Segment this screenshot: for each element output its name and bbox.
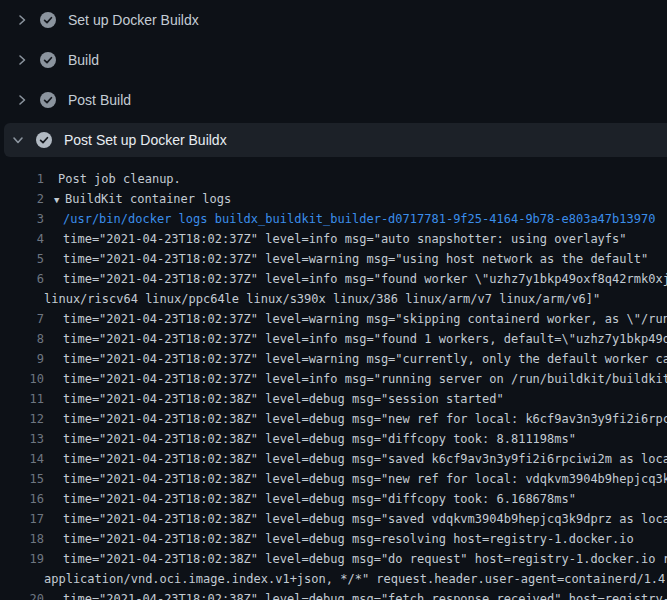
log-line-text: ▼time="2021-04-23T18:02:38Z" level=debug…	[44, 449, 667, 469]
log-line: 5 ▼time="2021-04-23T18:02:37Z" level=war…	[0, 249, 667, 269]
step-label: Post Build	[68, 92, 131, 108]
chevron-down-icon[interactable]	[10, 132, 26, 148]
log-line: 1 ▼Post job cleanup.	[0, 169, 667, 189]
log-line: 8 ▼time="2021-04-23T18:02:37Z" level=inf…	[0, 329, 667, 349]
log-line: 15 ▼time="2021-04-23T18:02:38Z" level=de…	[0, 469, 667, 489]
log-line-message: Post job cleanup.	[58, 172, 181, 186]
log-line-number[interactable]: 14	[0, 449, 44, 469]
log-line-text: ▼application/vnd.oci.image.index.v1+json…	[44, 569, 665, 589]
log-line-message: time="2021-04-23T18:02:38Z" level=debug …	[63, 512, 667, 526]
log-line: 10 ▼time="2021-04-23T18:02:37Z" level=in…	[0, 369, 667, 389]
log-line-text: ▼time="2021-04-23T18:02:37Z" level=warni…	[44, 309, 667, 329]
collapse-toggle-icon[interactable]: ▼	[54, 190, 65, 209]
step-row[interactable]: Build	[0, 40, 667, 80]
log-line-text: ▼time="2021-04-23T18:02:37Z" level=info …	[44, 329, 667, 349]
log-line: 18 ▼time="2021-04-23T18:02:38Z" level=de…	[0, 529, 667, 549]
step-row-header[interactable]: Set up Docker Buildx	[0, 0, 667, 40]
log-line-number[interactable]: 2	[0, 189, 44, 209]
log-line-number[interactable]: 9	[0, 349, 44, 369]
log-line-text: ▼time="2021-04-23T18:02:38Z" level=debug…	[44, 529, 634, 549]
log-line: ▼linux/riscv64 linux/ppc64le linux/s390x…	[0, 289, 667, 309]
log-line-message: time="2021-04-23T18:02:38Z" level=debug …	[63, 432, 576, 446]
log-line: 19 ▼time="2021-04-23T18:02:38Z" level=de…	[0, 549, 667, 569]
log-line-text: ▼linux/riscv64 linux/ppc64le linux/s390x…	[44, 289, 600, 309]
chevron-right-icon[interactable]	[14, 52, 30, 68]
log-line-message: time="2021-04-23T18:02:37Z" level=info m…	[63, 232, 627, 246]
log-viewer: 1 ▼Post job cleanup. 2 ▼BuildKit contain…	[0, 160, 667, 600]
log-line-number[interactable]: 17	[0, 509, 44, 529]
log-line-number[interactable]: 1	[0, 169, 44, 189]
check-circle-icon	[40, 52, 56, 68]
log-line-number[interactable]	[0, 569, 44, 589]
log-line-message: time="2021-04-23T18:02:38Z" level=debug …	[63, 412, 667, 426]
log-line-message: time="2021-04-23T18:02:37Z" level=info m…	[63, 272, 667, 286]
log-line: 7 ▼time="2021-04-23T18:02:37Z" level=war…	[0, 309, 667, 329]
log-line-message: /usr/bin/docker logs buildx_buildkit_bui…	[63, 212, 655, 226]
log-line-message: application/vnd.oci.image.index.v1+json,…	[44, 572, 665, 586]
chevron-right-icon[interactable]	[14, 12, 30, 28]
log-line-number[interactable]: 8	[0, 329, 44, 349]
log-line-text: ▼/usr/bin/docker logs buildx_buildkit_bu…	[44, 209, 655, 229]
check-circle-icon	[36, 132, 52, 148]
log-line-message: time="2021-04-23T18:02:38Z" level=debug …	[63, 492, 576, 506]
step-row-header[interactable]: Build	[0, 40, 667, 80]
log-line: 13 ▼time="2021-04-23T18:02:38Z" level=de…	[0, 429, 667, 449]
log-line-text: ▼time="2021-04-23T18:02:37Z" level=info …	[44, 269, 667, 289]
log-line: ▼application/vnd.oci.image.index.v1+json…	[0, 569, 667, 589]
step-row-header[interactable]: Post Build	[0, 80, 667, 120]
log-line-message: time="2021-04-23T18:02:38Z" level=debug …	[63, 392, 504, 406]
log-line-number[interactable]: 20	[0, 589, 44, 600]
log-line-number[interactable]: 6	[0, 269, 44, 289]
log-line-number[interactable]: 15	[0, 469, 44, 489]
log-line-text: ▼time="2021-04-23T18:02:38Z" level=debug…	[44, 409, 667, 429]
log-line: 3 ▼/usr/bin/docker logs buildx_buildkit_…	[0, 209, 667, 229]
log-line-text: ▼time="2021-04-23T18:02:38Z" level=debug…	[44, 469, 667, 489]
log-line: 11 ▼time="2021-04-23T18:02:38Z" level=de…	[0, 389, 667, 409]
chevron-right-icon[interactable]	[14, 92, 30, 108]
log-line-number[interactable]: 11	[0, 389, 44, 409]
log-line-message: BuildKit container logs	[65, 192, 231, 206]
log-line-message: time="2021-04-23T18:02:38Z" level=debug …	[63, 592, 667, 600]
log-line-message: time="2021-04-23T18:02:37Z" level=info m…	[63, 332, 667, 346]
log-line-number[interactable]	[0, 289, 44, 309]
log-line-text: ▼Post job cleanup.	[44, 169, 181, 189]
log-line-message: time="2021-04-23T18:02:37Z" level=warnin…	[63, 312, 667, 326]
log-line-text: ▼time="2021-04-23T18:02:38Z" level=debug…	[44, 429, 576, 449]
log-line-message: time="2021-04-23T18:02:37Z" level=warnin…	[63, 352, 667, 366]
log-line-number[interactable]: 18	[0, 529, 44, 549]
steps-list: Set up Docker Buildx Build	[0, 0, 667, 160]
log-line-number[interactable]: 5	[0, 249, 44, 269]
log-line-number[interactable]: 7	[0, 309, 44, 329]
log-line-message: time="2021-04-23T18:02:37Z" level=warnin…	[63, 252, 648, 266]
log-line: 4 ▼time="2021-04-23T18:02:37Z" level=inf…	[0, 229, 667, 249]
log-line: 14 ▼time="2021-04-23T18:02:38Z" level=de…	[0, 449, 667, 469]
log-line-number[interactable]: 12	[0, 409, 44, 429]
log-line-text: ▼time="2021-04-23T18:02:38Z" level=debug…	[44, 489, 576, 509]
step-label: Build	[68, 52, 99, 68]
log-line-message: time="2021-04-23T18:02:38Z" level=debug …	[63, 472, 667, 486]
log-line: 20 ▼time="2021-04-23T18:02:38Z" level=de…	[0, 589, 667, 600]
log-line-text: ▼time="2021-04-23T18:02:37Z" level=warni…	[44, 249, 648, 269]
log-line-number[interactable]: 16	[0, 489, 44, 509]
log-line: 2 ▼BuildKit container logs	[0, 189, 667, 209]
log-line-message: linux/riscv64 linux/ppc64le linux/s390x …	[44, 292, 600, 306]
step-row[interactable]: Set up Docker Buildx	[0, 0, 667, 40]
step-row-header[interactable]: Post Set up Docker Buildx	[4, 123, 667, 157]
log-line: 9 ▼time="2021-04-23T18:02:37Z" level=war…	[0, 349, 667, 369]
step-label: Post Set up Docker Buildx	[64, 132, 227, 148]
log-line-number[interactable]: 19	[0, 549, 44, 569]
step-label: Set up Docker Buildx	[68, 12, 199, 28]
log-line-message: time="2021-04-23T18:02:38Z" level=debug …	[63, 532, 634, 546]
log-line-number[interactable]: 13	[0, 429, 44, 449]
step-row[interactable]: Post Build	[0, 80, 667, 120]
log-line-text: ▼time="2021-04-23T18:02:38Z" level=debug…	[44, 389, 504, 409]
log-line-message: time="2021-04-23T18:02:38Z" level=debug …	[63, 452, 667, 466]
log-line-text: ▼time="2021-04-23T18:02:38Z" level=debug…	[44, 549, 667, 569]
log-line-number[interactable]: 3	[0, 209, 44, 229]
step-row[interactable]: Post Set up Docker Buildx	[0, 120, 667, 160]
log-line-number[interactable]: 10	[0, 369, 44, 389]
log-line-text: ▼time="2021-04-23T18:02:37Z" level=warni…	[44, 349, 667, 369]
log-line-number[interactable]: 4	[0, 229, 44, 249]
log-line-text: ▼time="2021-04-23T18:02:37Z" level=info …	[44, 229, 627, 249]
log-line-text: ▼time="2021-04-23T18:02:38Z" level=debug…	[44, 589, 667, 600]
